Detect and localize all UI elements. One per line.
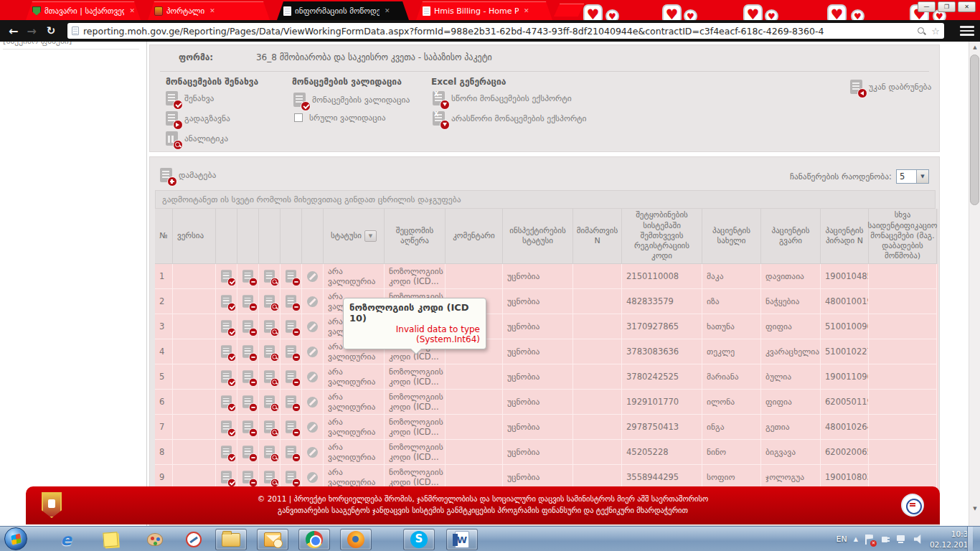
forward-button[interactable]: → (27, 24, 36, 38)
row-cancel-button[interactable] (281, 289, 302, 314)
row-cancel-button[interactable] (281, 314, 302, 339)
row-view-button[interactable] (259, 390, 281, 415)
status-filter-icon[interactable]: ▼ (364, 230, 377, 242)
reload-button[interactable]: ↻ (47, 24, 56, 37)
back-to-list-button[interactable]: უკან დაბრუნება (850, 80, 931, 94)
row-edit-button[interactable] (216, 264, 237, 289)
column-group-dropzone[interactable]: გადმოიტანეთ ის სვეტი რომლის მიხედვითაც გ… (155, 190, 936, 209)
new-tab-button[interactable] (554, 4, 584, 17)
word-icon[interactable]: W (446, 529, 478, 550)
row-cancel-button[interactable] (281, 364, 302, 390)
scroll-thumb[interactable] (970, 55, 979, 205)
minimize-button[interactable]: — (918, 1, 936, 12)
header-personal-n[interactable]: პაციენტის პირადი N (821, 209, 869, 264)
skype-icon[interactable]: S (403, 529, 435, 550)
row-view-button[interactable] (259, 364, 281, 390)
row-edit-button[interactable] (216, 289, 237, 314)
row-view-button[interactable] (259, 289, 281, 314)
header-inspection[interactable]: ინსპექტირების სტატუსი (503, 209, 573, 264)
internet-explorer-icon[interactable]: e (50, 529, 82, 550)
header-referral[interactable]: მიმართვის N (573, 209, 622, 264)
tab-reporting-active[interactable]: ინფორმაციის მოწოდებ... ✕ (277, 1, 409, 20)
firefox-icon[interactable] (340, 529, 372, 550)
tab-close-icon[interactable]: ✕ (385, 7, 390, 14)
add-record-button[interactable]: დამატება (160, 168, 216, 182)
save-button[interactable]: შენახვა (166, 91, 214, 105)
file-explorer-icon[interactable] (215, 529, 247, 550)
chrome-icon[interactable] (298, 529, 330, 550)
full-validation-checkbox[interactable] (294, 113, 303, 122)
header-other-id[interactable]: სხვა საიდენტიფიკაციო მონაცემები (მაგ. და… (869, 209, 937, 264)
tab-close-icon[interactable]: ✕ (129, 7, 135, 14)
action-center-flag-icon[interactable]: ✕ (864, 534, 874, 545)
close-button[interactable]: ✕ (958, 1, 976, 12)
language-indicator[interactable]: EN (837, 534, 847, 544)
header-last-name[interactable]: პაციენტის გვარი (761, 209, 821, 264)
show-desktop-button[interactable] (967, 527, 973, 551)
row-delete-button[interactable] (237, 440, 259, 465)
row-cancel-button[interactable] (281, 440, 302, 465)
scroll-up-icon[interactable]: ▲ (969, 42, 980, 53)
page-scrollbar[interactable]: ▲ ▼ (969, 42, 980, 526)
row-delete-button[interactable] (237, 264, 259, 289)
tab-hmis-billing[interactable]: Hmis Billing - Home Page ✕ (416, 1, 552, 20)
paint-icon[interactable] (139, 529, 171, 550)
row-edit-button[interactable] (216, 415, 237, 440)
chevron-down-icon[interactable]: ▼ (916, 170, 928, 183)
network-icon[interactable] (897, 534, 908, 544)
header-version[interactable]: ვერსია (173, 209, 216, 264)
row-delete-button[interactable] (237, 415, 259, 440)
valid-export-button[interactable]: X სწორი მონაცემების ექსპორტი (433, 91, 572, 105)
restore-button[interactable]: ❐ (938, 1, 956, 12)
header-status[interactable]: სტატუსი ▼ (324, 209, 385, 264)
header-reg-code[interactable]: შეტყობინების სისტემაში შემთხვევის რეგისტ… (622, 209, 702, 264)
tab-close-icon[interactable]: ✕ (524, 7, 529, 14)
row-edit-button[interactable] (216, 314, 237, 339)
row-cancel-button[interactable] (281, 415, 302, 440)
row-cancel-button[interactable] (281, 264, 302, 289)
bookmark-star-icon[interactable]: ☆ (931, 26, 940, 37)
send-button[interactable]: გადაგზავნა (166, 111, 230, 126)
sticky-notes-icon[interactable] (95, 529, 126, 550)
validate-button[interactable]: მონაცემების ვალიდაცია (293, 93, 410, 107)
tray-expand-icon[interactable]: ▲ (854, 536, 858, 542)
snipping-tool-icon[interactable] (178, 529, 209, 550)
power-plug-icon[interactable] (880, 534, 890, 544)
back-button[interactable]: ← (9, 24, 18, 38)
url-text[interactable]: reporting.moh.gov.ge/Reporting/Pages/Dat… (83, 26, 917, 37)
volume-icon[interactable] (914, 534, 923, 544)
scroll-down-icon[interactable]: ▼ (969, 503, 980, 514)
row-view-button[interactable] (259, 339, 281, 364)
header-error[interactable]: შეცდომის აღწერა (385, 209, 446, 264)
analytics-button[interactable]: ანალიტიკა (166, 131, 228, 146)
row-edit-button[interactable] (216, 339, 237, 364)
start-button[interactable] (4, 527, 27, 550)
taskbar-clock[interactable]: 10:33 02.12.2013 (930, 529, 973, 549)
row-edit-button[interactable] (216, 364, 237, 390)
row-delete-button[interactable] (237, 390, 259, 415)
invalid-export-button[interactable]: X არასწორი მონაცემების ექსპორტი (433, 111, 587, 126)
row-view-button[interactable] (259, 440, 281, 465)
tab-close-icon[interactable]: ✕ (209, 7, 215, 14)
row-delete-button[interactable] (237, 339, 259, 364)
row-edit-button[interactable] (216, 390, 237, 415)
row-view-button[interactable] (259, 415, 281, 440)
header-comment[interactable]: კომენტარი (446, 209, 503, 264)
row-delete-button[interactable] (237, 364, 259, 390)
row-cancel-button[interactable] (281, 339, 302, 364)
outlook-icon[interactable] (257, 529, 288, 550)
records-count-select[interactable]: 5 ▼ (896, 169, 929, 184)
row-delete-button[interactable] (237, 314, 259, 339)
tab-portal[interactable]: პორტალი ✕ (148, 1, 270, 20)
tab-home[interactable]: მთავარი | საქართველო... ✕ (26, 1, 141, 20)
full-validation-option[interactable]: სრული ვალიდაცია (294, 113, 386, 123)
zoom-search-icon[interactable] (917, 27, 926, 36)
row-cancel-button[interactable] (281, 390, 302, 415)
header-first-name[interactable]: პაციენტის სახელი (702, 209, 761, 264)
row-view-button[interactable] (259, 264, 281, 289)
address-bar[interactable]: reporting.moh.gov.ge/Reporting/Pages/Dat… (67, 23, 944, 39)
row-delete-button[interactable] (237, 289, 259, 314)
chrome-menu-icon[interactable] (960, 25, 974, 37)
header-num[interactable]: № (155, 209, 173, 264)
row-view-button[interactable] (259, 314, 281, 339)
